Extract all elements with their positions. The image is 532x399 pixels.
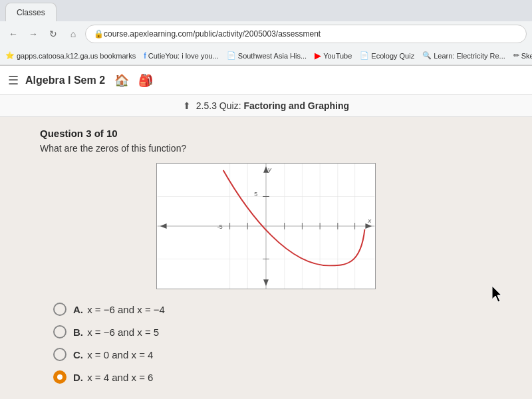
radio-b[interactable] <box>53 325 66 338</box>
active-tab[interactable]: Classes <box>5 3 57 21</box>
doc-icon-1: 📄 <box>227 51 236 60</box>
svg-text:5: 5 <box>254 191 257 198</box>
bookmarks-bar: ⭐ gapps.catoosa.k12.ga.us bookmarks f Cu… <box>0 47 532 65</box>
svg-marker-26 <box>263 279 269 286</box>
question-text: What are the zeros of this function? <box>40 143 492 154</box>
url-text: course.apexlearning.com/public/activity/… <box>104 29 321 39</box>
answer-label-b: B. x = −6 and x = 5 <box>73 327 159 338</box>
quiz-header: ⬆ 2.5.3 Quiz: Factoring and Graphing <box>0 95 532 117</box>
search-bookmark-icon: 🔍 <box>422 51 432 60</box>
answer-label-a: A. x = −6 and x = −4 <box>73 304 165 315</box>
lock-icon: 🔒 <box>94 29 104 39</box>
southwest-label: Southwest Asia His... <box>238 52 307 60</box>
app-title: Algebra I Sem 2 <box>25 74 105 86</box>
facebook-icon: f <box>144 51 146 61</box>
bookmark-gapps[interactable]: ⭐ gapps.catoosa.k12.ga.us bookmarks <box>5 51 136 60</box>
radio-a[interactable] <box>53 303 66 316</box>
svg-text:x: x <box>367 217 372 224</box>
youtube-icon: ▶ <box>315 51 321 61</box>
address-bar[interactable]: 🔒 course.apexlearning.com/public/activit… <box>85 25 527 43</box>
bookmark-cutie[interactable]: f CutieYou: i love you... <box>144 51 219 61</box>
quiz-section-title: Factoring and Graphing <box>243 100 349 111</box>
main-content: Question 3 of 10 What are the zeros of t… <box>0 117 532 394</box>
gapps-label: gapps.catoosa.k12.ga.us bookmarks <box>17 52 136 60</box>
ecology-label: Ecology Quiz <box>371 52 414 60</box>
svg-marker-25 <box>365 223 372 229</box>
hamburger-menu[interactable]: ☰ <box>8 73 19 88</box>
question-label: Question 3 of 10 <box>40 128 492 139</box>
svg-marker-27 <box>160 223 167 229</box>
answer-label-c: C. x = 0 and x = 4 <box>73 349 153 360</box>
forward-button[interactable]: → <box>25 26 41 42</box>
tab-bar: Classes <box>0 0 532 21</box>
answer-item-b[interactable]: B. x = −6 and x = 5 <box>53 325 492 338</box>
back-button[interactable]: ← <box>5 26 21 42</box>
bookmark-southwest[interactable]: 📄 Southwest Asia His... <box>227 51 307 60</box>
browser-chrome: Classes ← → ↻ ⌂ 🔒 course.apexlearning.co… <box>0 0 532 66</box>
sketchpad-icon: ✏ <box>513 51 519 60</box>
tab-label: Classes <box>17 8 45 17</box>
answer-item-c[interactable]: C. x = 0 and x = 4 <box>53 348 492 361</box>
gapps-icon: ⭐ <box>5 51 15 60</box>
answer-label-d: D. x = 4 and x = 6 <box>73 372 153 383</box>
upload-icon: ⬆ <box>183 100 191 111</box>
home-nav-button[interactable]: ⌂ <box>65 26 81 42</box>
sketchpad-label: Sketchpad 5... <box>521 52 532 60</box>
svg-text:-5: -5 <box>217 223 223 230</box>
prev-btn-container: ← ← PREVIOUS <box>0 394 532 399</box>
learn-label: Learn: Electricity Re... <box>434 52 505 60</box>
parabola-curve <box>223 170 365 265</box>
graph-container: x y 5 -5 <box>156 163 376 289</box>
bookmark-sketchpad[interactable]: ✏ Sketchpad 5... <box>513 51 532 60</box>
answer-item-d[interactable]: D. x = 4 and x = 6 <box>53 370 492 384</box>
answer-choices: A. x = −6 and x = −4 B. x = −6 and x = 5… <box>40 303 492 384</box>
graph-svg: x y 5 -5 <box>157 164 375 289</box>
home-icon[interactable]: 🏠 <box>114 73 129 88</box>
cutie-label: CutieYou: i love you... <box>148 52 219 60</box>
radio-d[interactable] <box>53 370 66 384</box>
bookmark-ecology[interactable]: 📄 Ecology Quiz <box>360 51 414 60</box>
bag-icon[interactable]: 🎒 <box>138 73 153 88</box>
youtube-label: YouTube <box>323 52 352 60</box>
radio-c[interactable] <box>53 348 66 361</box>
address-bar-row: ← → ↻ ⌂ 🔒 course.apexlearning.com/public… <box>0 21 532 47</box>
quiz-section: 2.5.3 Quiz: <box>196 100 241 111</box>
app-header: ☰ Algebra I Sem 2 🏠 🎒 <box>0 66 532 95</box>
answer-item-a[interactable]: A. x = −6 and x = −4 <box>53 303 492 316</box>
bookmark-learn[interactable]: 🔍 Learn: Electricity Re... <box>422 51 505 60</box>
refresh-button[interactable]: ↻ <box>45 26 61 42</box>
doc-icon-2: 📄 <box>360 51 369 60</box>
bookmark-youtube[interactable]: ▶ YouTube <box>315 51 352 61</box>
